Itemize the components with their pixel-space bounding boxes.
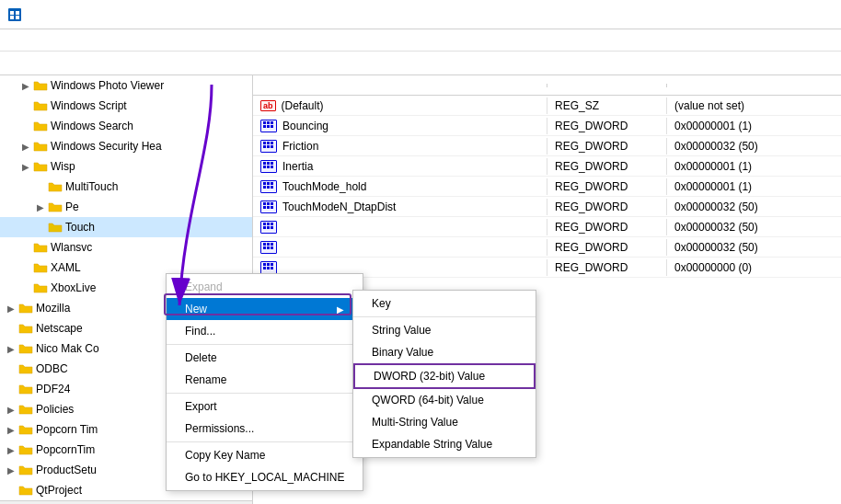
folder-icon	[18, 403, 33, 416]
value-name-cell: Inertia	[253, 158, 547, 175]
value-data-cell: (value not set)	[667, 97, 841, 114]
value-row[interactable]: REG_DWORD0x00000032 (50)	[253, 217, 841, 237]
tree-item[interactable]: Windows Search	[0, 116, 252, 136]
submenu-item[interactable]: Expandable String Value	[353, 433, 536, 455]
tree-item[interactable]: ▶Wisp	[0, 156, 252, 177]
value-data-cell: 0x00000000 (0)	[667, 259, 841, 276]
value-row[interactable]: TouchModeN_DtapDistREG_DWORD0x00000032 (…	[253, 197, 841, 217]
svg-rect-20	[263, 166, 266, 168]
tree-expand-arrow[interactable]: ▶	[18, 159, 33, 174]
tree-item[interactable]: Touch	[0, 217, 252, 237]
svg-rect-28	[271, 186, 273, 189]
value-type-cell: REG_DWORD	[547, 118, 667, 134]
tree-expand-arrow[interactable]	[18, 260, 33, 275]
tree-expand-arrow[interactable]	[18, 281, 33, 295]
value-row[interactable]: ab(Default)REG_SZ(value not set)	[253, 96, 841, 116]
tree-item[interactable]: ▶Windows Photo Viewer	[0, 75, 252, 96]
tree-item[interactable]: MultiTouch	[0, 177, 252, 197]
value-name-text: TouchModeN_DtapDist	[282, 200, 396, 213]
tree-item[interactable]: ▶Pe	[0, 197, 252, 217]
context-menu-item[interactable]: Export	[167, 395, 363, 418]
menu-help[interactable]	[63, 39, 77, 42]
svg-rect-51	[267, 267, 270, 269]
minimize-button[interactable]	[707, 0, 749, 29]
tree-expand-arrow[interactable]: ▶	[18, 139, 33, 154]
svg-rect-22	[271, 166, 273, 168]
scrollbar-x[interactable]	[0, 500, 252, 504]
tree-expand-arrow[interactable]	[18, 119, 33, 133]
reg-dword-icon	[260, 160, 277, 173]
value-row[interactable]: FrictionREG_DWORD0x00000032 (50)	[253, 136, 841, 156]
value-row[interactable]: InertiaREG_DWORD0x00000001 (1)	[253, 156, 841, 177]
submenu-item[interactable]: Binary Value	[353, 341, 536, 363]
submenu-item[interactable]: DWORD (32-bit) Value	[353, 363, 536, 389]
tree-expand-arrow[interactable]: ▶	[18, 78, 33, 93]
tree-expand-arrow[interactable]	[4, 321, 18, 336]
value-data-cell: 0x00000032 (50)	[667, 138, 841, 155]
folder-icon	[18, 443, 33, 456]
tree-item-label: PopcornTim	[36, 443, 95, 456]
maximize-button[interactable]	[749, 0, 791, 29]
tree-item[interactable]: ▶Windows Security Hea	[0, 136, 252, 156]
menu-file[interactable]	[4, 39, 18, 42]
tree-item[interactable]: Windows Script	[0, 96, 252, 116]
tree-expand-arrow[interactable]: ▶	[4, 301, 18, 315]
close-button[interactable]	[791, 0, 834, 29]
reg-dword-icon	[260, 261, 277, 274]
tree-expand-arrow[interactable]	[33, 220, 48, 235]
context-menu-item[interactable]: Permissions...	[167, 418, 363, 440]
window-controls	[707, 0, 834, 29]
tree-expand-arrow[interactable]: ▶	[4, 402, 18, 417]
value-name-text: Bouncing	[282, 120, 328, 132]
value-data-cell: 0x00000001 (1)	[667, 178, 841, 195]
svg-rect-18	[267, 162, 270, 165]
svg-rect-2	[16, 11, 19, 15]
context-menu-item[interactable]: Delete	[167, 347, 363, 369]
context-menu-item[interactable]: Find...	[167, 320, 363, 342]
context-menu-item[interactable]: Rename	[167, 369, 363, 391]
submenu-item[interactable]: QWORD (64-bit) Value	[353, 389, 536, 411]
context-menu-item[interactable]: Go to HKEY_LOCAL_MACHINE	[167, 466, 363, 488]
tree-expand-arrow[interactable]	[33, 179, 48, 194]
value-row[interactable]: REG_DWORD0x00000032 (50)	[253, 237, 841, 258]
svg-rect-7	[271, 121, 273, 124]
svg-rect-21	[267, 166, 270, 168]
submenu-item-label: Key	[372, 297, 391, 310]
value-name-cell: TouchMode_hold	[253, 178, 547, 195]
svg-rect-13	[271, 142, 273, 144]
svg-rect-36	[267, 223, 270, 225]
tree-expand-arrow[interactable]: ▶	[4, 422, 18, 437]
svg-rect-14	[263, 145, 266, 148]
tree-item-label: ProductSetu	[36, 464, 97, 476]
tree-expand-arrow[interactable]	[4, 483, 18, 498]
tree-item-label: Nico Mak Co	[36, 342, 99, 355]
submenu-item-label: Binary Value	[372, 346, 433, 359]
value-row[interactable]: BouncingREG_DWORD0x00000001 (1)	[253, 116, 841, 136]
tree-expand-arrow[interactable]: ▶	[33, 200, 48, 214]
tree-expand-arrow[interactable]: ▶	[4, 463, 18, 477]
reg-dword-icon	[260, 120, 277, 132]
tree-expand-arrow[interactable]: ▶	[4, 442, 18, 457]
tree-item[interactable]: Wlansvc	[0, 237, 252, 258]
menu-edit[interactable]	[18, 39, 33, 42]
value-name-text: TouchMode_hold	[282, 180, 366, 193]
value-name-cell	[253, 219, 547, 235]
tree-expand-arrow[interactable]	[18, 98, 33, 113]
context-menu-item[interactable]: Copy Key Name	[167, 444, 363, 466]
context-menu-item-label: Copy Key Name	[185, 449, 265, 462]
menu-favorites[interactable]	[48, 39, 63, 42]
submenu-item[interactable]: Key	[353, 292, 536, 315]
menu-view[interactable]	[33, 39, 48, 42]
tree-expand-arrow[interactable]: ▶	[4, 341, 18, 356]
app-icon	[7, 7, 22, 22]
tree-expand-arrow[interactable]	[4, 361, 18, 376]
submenu-item[interactable]: String Value	[353, 319, 536, 341]
svg-rect-39	[267, 226, 270, 229]
tree-expand-arrow[interactable]	[18, 240, 33, 255]
context-menu-item[interactable]: New▶	[167, 298, 363, 320]
tree-expand-arrow[interactable]	[4, 382, 18, 396]
svg-rect-37	[271, 223, 273, 225]
submenu-item[interactable]: Multi-String Value	[353, 411, 536, 433]
col-name-header	[253, 84, 547, 87]
value-row[interactable]: TouchMode_holdREG_DWORD0x00000001 (1)	[253, 177, 841, 197]
